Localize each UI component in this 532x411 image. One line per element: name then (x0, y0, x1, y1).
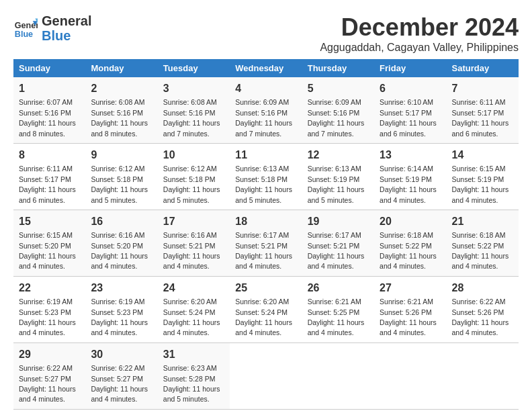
sunrise-text: Sunrise: 6:22 AM (19, 364, 73, 372)
calendar-cell: 1 Sunrise: 6:07 AM Sunset: 5:16 PM Dayli… (13, 77, 85, 143)
calendar-cell: 23 Sunrise: 6:19 AM Sunset: 5:23 PM Dayl… (85, 276, 157, 342)
daylight-text: Daylight: 11 hours and 4 minutes. (380, 252, 437, 270)
day-number: 19 (308, 214, 369, 229)
calendar-cell: 25 Sunrise: 6:20 AM Sunset: 5:24 PM Dayl… (230, 276, 302, 342)
day-number: 29 (19, 347, 80, 362)
daylight-text: Daylight: 11 hours and 5 minutes. (163, 185, 220, 203)
sunset-text: Sunset: 5:24 PM (235, 308, 287, 316)
calendar-week-row: 15 Sunrise: 6:15 AM Sunset: 5:20 PM Dayl… (13, 210, 519, 276)
day-number: 3 (163, 81, 224, 96)
sunset-text: Sunset: 5:27 PM (91, 375, 143, 383)
calendar-cell: 18 Sunrise: 6:17 AM Sunset: 5:21 PM Dayl… (230, 210, 302, 276)
sunset-text: Sunset: 5:26 PM (380, 308, 432, 316)
sunrise-text: Sunrise: 6:19 AM (91, 298, 144, 306)
calendar-cell: 16 Sunrise: 6:16 AM Sunset: 5:20 PM Dayl… (85, 210, 157, 276)
calendar-cell: 27 Sunrise: 6:21 AM Sunset: 5:26 PM Dayl… (374, 276, 446, 342)
sunrise-text: Sunrise: 6:17 AM (308, 231, 361, 239)
calendar-cell: 19 Sunrise: 6:17 AM Sunset: 5:21 PM Dayl… (302, 210, 374, 276)
sunset-text: Sunset: 5:16 PM (235, 109, 287, 117)
header-friday: Friday (374, 59, 446, 77)
sunset-text: Sunset: 5:18 PM (163, 175, 216, 183)
sunset-text: Sunset: 5:16 PM (163, 109, 216, 117)
calendar-cell: 28 Sunrise: 6:22 AM Sunset: 5:26 PM Dayl… (447, 276, 519, 342)
sunset-text: Sunset: 5:21 PM (235, 242, 287, 250)
sunrise-text: Sunrise: 6:15 AM (19, 231, 73, 239)
sunset-text: Sunset: 5:22 PM (452, 242, 504, 250)
daylight-text: Daylight: 11 hours and 6 minutes. (452, 119, 509, 137)
sunrise-text: Sunrise: 6:15 AM (452, 165, 506, 173)
day-number: 20 (380, 214, 441, 229)
daylight-text: Daylight: 11 hours and 4 minutes. (380, 185, 437, 203)
daylight-text: Daylight: 11 hours and 4 minutes. (19, 318, 76, 336)
calendar-cell: 21 Sunrise: 6:18 AM Sunset: 5:22 PM Dayl… (447, 210, 519, 276)
sunrise-text: Sunrise: 6:20 AM (163, 298, 217, 306)
calendar-cell (374, 342, 446, 409)
daylight-text: Daylight: 11 hours and 4 minutes. (308, 252, 365, 270)
daylight-text: Daylight: 11 hours and 4 minutes. (308, 318, 365, 336)
day-number: 25 (235, 281, 296, 295)
calendar-cell: 8 Sunrise: 6:11 AM Sunset: 5:17 PM Dayli… (13, 143, 85, 210)
calendar-cell: 12 Sunrise: 6:13 AM Sunset: 5:19 PM Dayl… (302, 143, 374, 210)
day-number: 5 (308, 81, 369, 96)
sunrise-text: Sunrise: 6:20 AM (235, 298, 289, 306)
calendar-cell: 15 Sunrise: 6:15 AM Sunset: 5:20 PM Dayl… (13, 210, 85, 276)
day-number: 2 (91, 81, 152, 96)
calendar-cell: 31 Sunrise: 6:23 AM Sunset: 5:28 PM Dayl… (158, 342, 230, 409)
daylight-text: Daylight: 11 hours and 7 minutes. (308, 119, 365, 137)
calendar-cell: 14 Sunrise: 6:15 AM Sunset: 5:19 PM Dayl… (447, 143, 519, 210)
sunset-text: Sunset: 5:17 PM (380, 109, 432, 117)
sunset-text: Sunset: 5:19 PM (308, 175, 360, 183)
header-wednesday: Wednesday (230, 59, 302, 77)
sunrise-text: Sunrise: 6:14 AM (380, 165, 433, 173)
calendar-cell: 24 Sunrise: 6:20 AM Sunset: 5:24 PM Dayl… (158, 276, 230, 342)
daylight-text: Daylight: 11 hours and 5 minutes. (235, 185, 292, 203)
sunrise-text: Sunrise: 6:18 AM (452, 231, 506, 239)
sunset-text: Sunset: 5:23 PM (19, 308, 71, 316)
sunrise-text: Sunrise: 6:10 AM (380, 98, 433, 106)
daylight-text: Daylight: 11 hours and 8 minutes. (19, 119, 76, 137)
sunrise-text: Sunrise: 6:23 AM (163, 364, 217, 372)
logo-blue: Blue (42, 28, 91, 43)
calendar-cell: 3 Sunrise: 6:08 AM Sunset: 5:16 PM Dayli… (158, 77, 230, 143)
daylight-text: Daylight: 11 hours and 4 minutes. (452, 318, 509, 336)
calendar-cell: 5 Sunrise: 6:09 AM Sunset: 5:16 PM Dayli… (302, 77, 374, 143)
calendar-week-row: 22 Sunrise: 6:19 AM Sunset: 5:23 PM Dayl… (13, 276, 519, 342)
day-number: 11 (235, 148, 296, 163)
sunrise-text: Sunrise: 6:22 AM (91, 364, 144, 372)
sunrise-text: Sunrise: 6:16 AM (91, 231, 144, 239)
calendar-cell: 17 Sunrise: 6:16 AM Sunset: 5:21 PM Dayl… (158, 210, 230, 276)
sunrise-text: Sunrise: 6:07 AM (19, 98, 73, 106)
logo: General Blue General Blue (13, 13, 91, 43)
month-title: December 2024 (320, 13, 519, 42)
sunset-text: Sunset: 5:22 PM (380, 242, 432, 250)
day-number: 1 (19, 81, 80, 96)
day-number: 26 (308, 281, 369, 295)
sunset-text: Sunset: 5:16 PM (91, 109, 143, 117)
day-number: 16 (91, 214, 152, 229)
sunrise-text: Sunrise: 6:18 AM (380, 231, 433, 239)
sunrise-text: Sunrise: 6:21 AM (380, 298, 433, 306)
calendar-cell (230, 342, 302, 409)
sunset-text: Sunset: 5:28 PM (163, 375, 216, 383)
calendar-cell: 7 Sunrise: 6:11 AM Sunset: 5:17 PM Dayli… (447, 77, 519, 143)
sunrise-text: Sunrise: 6:11 AM (452, 98, 506, 106)
sunrise-text: Sunrise: 6:08 AM (91, 98, 144, 106)
daylight-text: Daylight: 11 hours and 4 minutes. (163, 318, 220, 336)
daylight-text: Daylight: 11 hours and 4 minutes. (452, 252, 509, 270)
daylight-text: Daylight: 11 hours and 7 minutes. (163, 119, 220, 137)
sunrise-text: Sunrise: 6:13 AM (235, 165, 289, 173)
sunrise-text: Sunrise: 6:22 AM (452, 298, 506, 306)
logo-general: General (42, 13, 91, 28)
calendar-cell: 6 Sunrise: 6:10 AM Sunset: 5:17 PM Dayli… (374, 77, 446, 143)
sunrise-text: Sunrise: 6:13 AM (308, 165, 361, 173)
sunset-text: Sunset: 5:25 PM (308, 308, 360, 316)
daylight-text: Daylight: 11 hours and 4 minutes. (91, 318, 148, 336)
daylight-text: Daylight: 11 hours and 4 minutes. (452, 185, 509, 203)
daylight-text: Daylight: 11 hours and 4 minutes. (380, 318, 437, 336)
svg-text:Blue: Blue (15, 30, 33, 39)
day-number: 9 (91, 148, 152, 163)
calendar-header-row: SundayMondayTuesdayWednesdayThursdayFrid… (13, 59, 519, 77)
daylight-text: Daylight: 11 hours and 4 minutes. (19, 385, 76, 403)
day-number: 14 (452, 148, 513, 163)
calendar-cell: 20 Sunrise: 6:18 AM Sunset: 5:22 PM Dayl… (374, 210, 446, 276)
